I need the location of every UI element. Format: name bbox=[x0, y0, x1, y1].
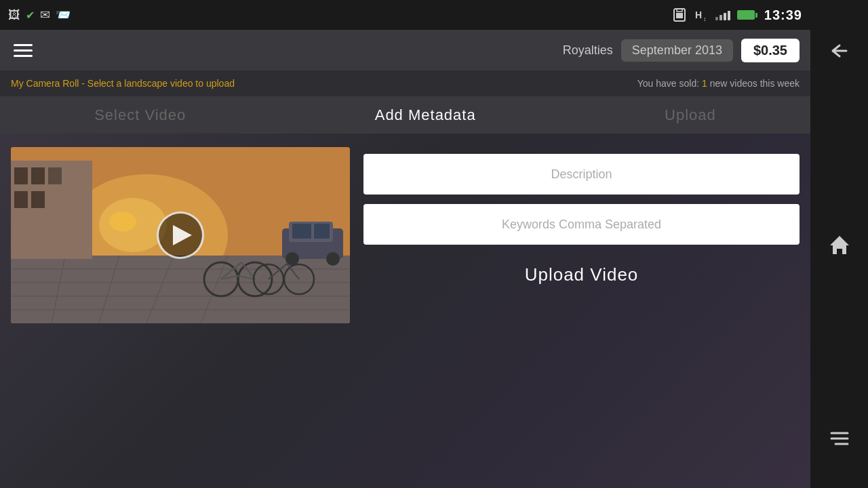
svg-rect-16 bbox=[14, 167, 28, 184]
keywords-input[interactable] bbox=[363, 204, 800, 245]
status-bar: 🖼 ✔ ✉ 📨 H ↕ bbox=[0, 0, 810, 30]
svg-rect-6 bbox=[11, 256, 350, 323]
content-area: Upload Video bbox=[0, 134, 810, 488]
home-icon bbox=[826, 230, 853, 258]
hamburger-menu[interactable] bbox=[11, 41, 35, 60]
svg-rect-18 bbox=[48, 167, 62, 184]
svg-rect-33 bbox=[292, 224, 311, 239]
form-area: Upload Video bbox=[363, 147, 800, 474]
svg-text:↕: ↕ bbox=[703, 16, 707, 22]
home-button[interactable] bbox=[823, 227, 856, 261]
list-icon bbox=[826, 424, 853, 451]
description-input[interactable] bbox=[363, 154, 800, 195]
check-icon: ✔ bbox=[26, 9, 35, 22]
royalties-amount: $0.35 bbox=[741, 39, 800, 62]
hamburger-line-1 bbox=[14, 44, 33, 46]
sim-icon bbox=[672, 7, 687, 22]
signal-icon bbox=[715, 9, 730, 20]
back-arrow-icon bbox=[826, 37, 853, 64]
list-button[interactable] bbox=[823, 420, 856, 454]
svg-text:H: H bbox=[695, 9, 702, 20]
sub-header: My Camera Roll - Select a landscape vide… bbox=[0, 70, 810, 96]
sold-suffix: new videos this week bbox=[707, 78, 800, 89]
mail-open-icon: 📨 bbox=[56, 7, 71, 22]
right-sidebar bbox=[810, 0, 868, 488]
royalties-label: Royalties bbox=[563, 43, 613, 58]
time-display: 13:39 bbox=[764, 7, 802, 23]
svg-rect-17 bbox=[31, 167, 45, 184]
step-add-metadata[interactable]: Add Metadata bbox=[375, 106, 476, 124]
main-area: 🖼 ✔ ✉ 📨 H ↕ bbox=[0, 0, 810, 488]
hamburger-line-2 bbox=[14, 49, 33, 52]
battery-icon bbox=[737, 10, 757, 20]
header-bar: Royalties September 2013 $0.35 bbox=[0, 30, 810, 70]
back-button[interactable] bbox=[823, 34, 856, 68]
header-right: Royalties September 2013 $0.35 bbox=[563, 39, 800, 62]
svg-point-36 bbox=[326, 252, 340, 266]
step-upload[interactable]: Upload bbox=[665, 106, 716, 124]
sold-text: You have sold: 1 new videos this week bbox=[637, 78, 800, 89]
svg-point-35 bbox=[285, 252, 299, 266]
svg-point-38 bbox=[109, 211, 136, 232]
play-triangle-icon bbox=[173, 225, 192, 245]
steps-bar: Select Video Add Metadata Upload bbox=[0, 96, 810, 134]
svg-rect-34 bbox=[314, 224, 330, 239]
upload-video-button[interactable]: Upload Video bbox=[363, 254, 800, 295]
svg-rect-19 bbox=[14, 191, 28, 208]
svg-rect-1 bbox=[676, 13, 683, 18]
hamburger-line-3 bbox=[14, 55, 33, 57]
h-network-icon: H ↕ bbox=[694, 7, 709, 22]
sold-count: 1 bbox=[702, 78, 707, 89]
status-icons-right: H ↕ 13:39 bbox=[672, 7, 802, 23]
mail-filled-icon: ✉ bbox=[40, 7, 50, 22]
play-button[interactable] bbox=[157, 211, 204, 259]
video-thumbnail[interactable] bbox=[11, 147, 350, 323]
status-icons-left: 🖼 ✔ ✉ 📨 bbox=[8, 7, 71, 22]
photo-icon: 🖼 bbox=[8, 8, 20, 22]
sold-prefix: You have sold: bbox=[637, 78, 702, 89]
step-select-video[interactable]: Select Video bbox=[94, 106, 186, 124]
camera-roll-text: My Camera Roll - Select a landscape vide… bbox=[11, 78, 235, 89]
royalties-period: September 2013 bbox=[621, 39, 733, 62]
svg-rect-20 bbox=[31, 191, 45, 208]
